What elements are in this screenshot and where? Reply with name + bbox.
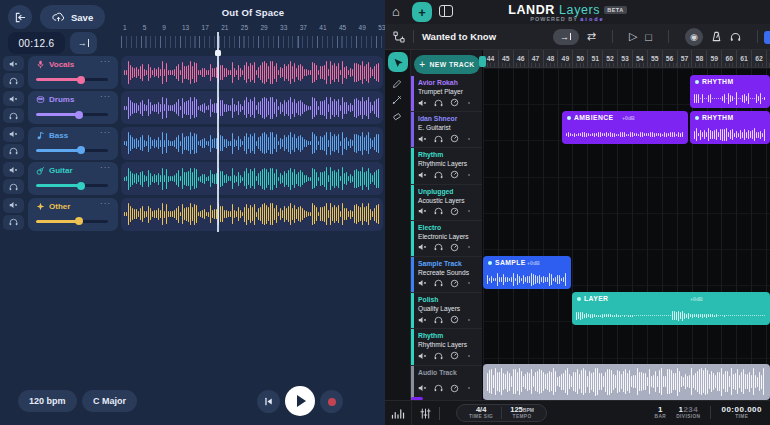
audio-clip[interactable]: RHYTHM bbox=[690, 111, 770, 144]
headphones-button[interactable] bbox=[3, 144, 24, 159]
play-button[interactable] bbox=[285, 386, 315, 416]
slider-knob[interactable] bbox=[75, 217, 83, 225]
stem-waveform-lane[interactable] bbox=[121, 91, 383, 124]
layer-track-row[interactable]: Idan Shneor E. Guitarist bbox=[411, 112, 482, 148]
eraser-tool[interactable] bbox=[392, 111, 402, 121]
track-menu-button[interactable]: ··· bbox=[100, 92, 111, 101]
audio-clip[interactable]: AMBIENCE +0dB bbox=[562, 111, 688, 144]
headphones-button[interactable] bbox=[3, 73, 24, 88]
volume-slider[interactable] bbox=[36, 78, 108, 81]
mute-button[interactable] bbox=[3, 56, 24, 71]
track-menu-button[interactable]: ··· bbox=[100, 163, 111, 172]
slider-knob[interactable] bbox=[77, 76, 85, 84]
skip-to-start-button[interactable] bbox=[257, 390, 280, 413]
spatial-audio-button[interactable]: ◉ bbox=[685, 28, 703, 46]
stem-waveform-lane[interactable] bbox=[121, 198, 383, 231]
mute-button[interactable] bbox=[3, 198, 24, 213]
jump-to-marker-button[interactable]: → bbox=[70, 32, 97, 54]
headphones-button[interactable] bbox=[3, 215, 24, 230]
hidden-panel-button[interactable] bbox=[764, 31, 770, 44]
playhead[interactable] bbox=[217, 32, 219, 232]
stem-waveform-lane[interactable] bbox=[121, 56, 383, 89]
mute-button[interactable] bbox=[418, 279, 427, 287]
audio-clip[interactable]: LAYER +0dB bbox=[572, 292, 770, 325]
metronome-icon[interactable] bbox=[711, 31, 722, 42]
mute-button[interactable] bbox=[418, 352, 427, 360]
headphones-button[interactable] bbox=[434, 316, 443, 324]
stem-card[interactable]: Guitar ··· bbox=[28, 162, 118, 195]
layer-track-row[interactable]: Polish Quality Layers bbox=[411, 293, 482, 329]
layer-track-row[interactable]: Rhythm Rhythmic Layers bbox=[411, 148, 482, 184]
mute-button[interactable] bbox=[418, 316, 427, 324]
headphones-button[interactable] bbox=[434, 171, 443, 179]
bpm-pill[interactable]: 120 bpm bbox=[18, 390, 77, 412]
mute-button[interactable] bbox=[3, 162, 24, 177]
tempo-pill[interactable]: 4/4 TIME SIG 125BPM TEMPO bbox=[456, 404, 547, 422]
headphones-button[interactable] bbox=[434, 99, 443, 107]
loop-icon[interactable]: ⇄ bbox=[587, 30, 596, 43]
tempo[interactable]: 125BPM TEMPO bbox=[502, 406, 542, 420]
pan-knob[interactable] bbox=[450, 134, 459, 143]
mute-button[interactable] bbox=[418, 171, 427, 179]
track-menu-button[interactable]: ··· bbox=[100, 57, 111, 66]
pencil-tool[interactable] bbox=[392, 79, 402, 89]
headphones-button[interactable] bbox=[434, 352, 443, 360]
stop-icon[interactable]: □ bbox=[645, 31, 652, 43]
headphones-button[interactable] bbox=[434, 243, 443, 251]
pan-knob[interactable] bbox=[450, 279, 459, 288]
slider-knob[interactable] bbox=[77, 182, 85, 190]
slider-knob[interactable] bbox=[75, 111, 83, 119]
headphones-button[interactable] bbox=[434, 135, 443, 143]
slider-knob[interactable] bbox=[77, 146, 85, 154]
stem-waveform-lane[interactable] bbox=[121, 127, 383, 160]
bar-ruler[interactable]: 4445464748495051525354555657585960616263 bbox=[483, 50, 770, 68]
stem-card[interactable]: Bass ··· bbox=[28, 127, 118, 160]
mute-button[interactable] bbox=[3, 127, 24, 142]
pan-knob[interactable] bbox=[450, 243, 459, 252]
save-button[interactable]: Save bbox=[40, 5, 105, 29]
stem-card[interactable]: Drums ··· bbox=[28, 91, 118, 124]
volume-slider[interactable] bbox=[36, 220, 108, 223]
mute-button[interactable] bbox=[418, 135, 427, 143]
mute-button[interactable] bbox=[418, 243, 427, 251]
audio-clip[interactable]: SAMPLE +0dB bbox=[483, 256, 571, 289]
layer-track-row[interactable]: Avior Rokah Trumpet Player bbox=[411, 76, 482, 112]
time-signature[interactable]: 4/4 TIME SIG bbox=[461, 406, 501, 420]
headphones-button[interactable] bbox=[434, 207, 443, 215]
track-menu-button[interactable]: ··· bbox=[100, 199, 111, 208]
versions-icon[interactable] bbox=[393, 31, 405, 43]
go-to-marker-button[interactable]: → bbox=[553, 29, 579, 45]
arrangement-grid[interactable]: RHYTHM AMBIENCE +0dB RHYTHM SAMPLE +0dB … bbox=[483, 68, 770, 400]
record-button[interactable] bbox=[320, 390, 343, 413]
audio-clip[interactable]: RHYTHM bbox=[690, 75, 770, 108]
mute-button[interactable] bbox=[3, 91, 24, 106]
pan-knob[interactable] bbox=[450, 351, 459, 360]
mute-button[interactable] bbox=[418, 207, 427, 215]
layer-track-row[interactable]: Electro Electronic Layers bbox=[411, 221, 482, 257]
headphones-icon[interactable] bbox=[730, 32, 741, 42]
volume-slider[interactable] bbox=[36, 113, 108, 116]
layer-track-row[interactable]: Rhythm Rhythmic Layers bbox=[411, 329, 482, 365]
slice-tool[interactable] bbox=[392, 95, 402, 105]
exit-button[interactable] bbox=[8, 5, 32, 29]
pan-knob[interactable] bbox=[450, 170, 459, 179]
audio-clip[interactable] bbox=[483, 364, 770, 400]
volume-slider[interactable] bbox=[36, 184, 108, 187]
mixer-icon[interactable] bbox=[420, 408, 431, 419]
volume-slider[interactable] bbox=[36, 149, 108, 152]
levels-icon[interactable] bbox=[391, 407, 405, 419]
pan-knob[interactable] bbox=[450, 98, 459, 107]
left-timeline-ruler[interactable]: 1591317212529333741454953 bbox=[121, 22, 384, 52]
headphones-button[interactable] bbox=[434, 279, 443, 287]
new-track-button[interactable]: + NEW TRACK bbox=[414, 55, 480, 74]
layer-track-row[interactable]: Unplugged Acoustic Layers bbox=[411, 185, 482, 221]
play-outline-icon[interactable]: ▷ bbox=[629, 30, 637, 43]
project-title[interactable]: Wanted to Know bbox=[422, 31, 496, 42]
layer-track-row[interactable]: Audio Track bbox=[411, 366, 482, 401]
headphones-button[interactable] bbox=[3, 179, 24, 194]
timeline-playhead-handle[interactable] bbox=[479, 56, 486, 67]
headphones-button[interactable] bbox=[434, 384, 443, 392]
stem-card[interactable]: Other ··· bbox=[28, 198, 118, 231]
key-pill[interactable]: C Major bbox=[82, 390, 137, 412]
track-menu-button[interactable]: ··· bbox=[100, 128, 111, 137]
